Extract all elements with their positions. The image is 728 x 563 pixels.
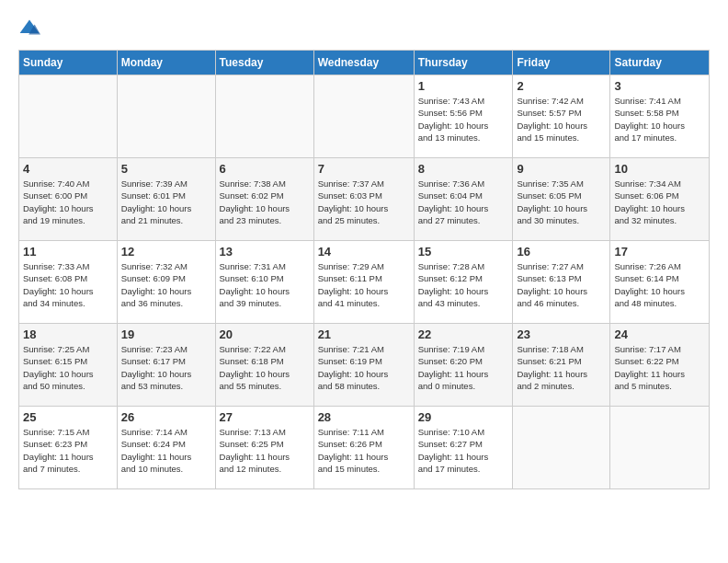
weekday-header-sunday: Sunday [19, 51, 118, 75]
calendar-cell: 24Sunrise: 7:17 AM Sunset: 6:22 PM Dayli… [610, 324, 710, 407]
weekday-header-wednesday: Wednesday [313, 51, 414, 75]
calendar-cell: 25Sunrise: 7:15 AM Sunset: 6:23 PM Dayli… [19, 407, 118, 489]
calendar-cell: 15Sunrise: 7:28 AM Sunset: 6:12 PM Dayli… [414, 241, 513, 324]
day-number: 29 [418, 410, 509, 424]
day-info: Sunrise: 7:26 AM Sunset: 6:14 PM Dayligh… [614, 260, 705, 309]
day-info: Sunrise: 7:39 AM Sunset: 6:01 PM Dayligh… [121, 178, 211, 226]
calendar-cell: 5Sunrise: 7:39 AM Sunset: 6:01 PM Daylig… [117, 158, 215, 241]
day-number: 27 [220, 410, 310, 424]
day-number: 22 [418, 327, 509, 341]
day-info: Sunrise: 7:18 AM Sunset: 6:21 PM Dayligh… [517, 343, 606, 392]
weekday-header-thursday: Thursday [414, 51, 513, 75]
day-info: Sunrise: 7:11 AM Sunset: 6:26 PM Dayligh… [318, 426, 410, 475]
day-info: Sunrise: 7:10 AM Sunset: 6:27 PM Dayligh… [418, 426, 509, 475]
day-info: Sunrise: 7:36 AM Sunset: 6:04 PM Dayligh… [418, 178, 509, 226]
day-number: 21 [318, 327, 410, 341]
day-info: Sunrise: 7:25 AM Sunset: 6:15 PM Dayligh… [23, 343, 113, 392]
day-number: 1 [418, 79, 509, 93]
day-number: 2 [517, 79, 606, 93]
calendar-cell: 4Sunrise: 7:40 AM Sunset: 6:00 PM Daylig… [19, 158, 118, 241]
day-info: Sunrise: 7:23 AM Sunset: 6:17 PM Dayligh… [121, 343, 211, 392]
calendar-week-3: 11Sunrise: 7:33 AM Sunset: 6:08 PM Dayli… [19, 241, 710, 324]
calendar-cell: 17Sunrise: 7:26 AM Sunset: 6:14 PM Dayli… [610, 241, 710, 324]
day-number: 28 [318, 410, 410, 424]
calendar-cell: 1Sunrise: 7:43 AM Sunset: 5:56 PM Daylig… [414, 75, 513, 158]
day-number: 5 [121, 162, 211, 176]
day-info: Sunrise: 7:41 AM Sunset: 5:58 PM Dayligh… [614, 95, 705, 144]
day-number: 13 [220, 245, 310, 259]
calendar-cell: 29Sunrise: 7:10 AM Sunset: 6:27 PM Dayli… [414, 407, 513, 489]
day-number: 8 [418, 162, 509, 176]
day-number: 26 [121, 410, 211, 424]
day-info: Sunrise: 7:19 AM Sunset: 6:20 PM Dayligh… [418, 343, 509, 392]
day-info: Sunrise: 7:40 AM Sunset: 6:00 PM Dayligh… [23, 178, 113, 226]
day-info: Sunrise: 7:33 AM Sunset: 6:08 PM Dayligh… [23, 260, 113, 309]
day-number: 10 [614, 162, 705, 176]
weekday-header-monday: Monday [117, 51, 215, 75]
day-number: 20 [220, 327, 310, 341]
calendar-cell: 3Sunrise: 7:41 AM Sunset: 5:58 PM Daylig… [610, 75, 710, 158]
calendar-cell: 12Sunrise: 7:32 AM Sunset: 6:09 PM Dayli… [117, 241, 215, 324]
logo [18, 18, 44, 40]
calendar-cell: 8Sunrise: 7:36 AM Sunset: 6:04 PM Daylig… [414, 158, 513, 241]
day-number: 18 [23, 327, 113, 341]
day-info: Sunrise: 7:14 AM Sunset: 6:24 PM Dayligh… [121, 426, 211, 475]
calendar-cell: 11Sunrise: 7:33 AM Sunset: 6:08 PM Dayli… [19, 241, 118, 324]
calendar-week-5: 25Sunrise: 7:15 AM Sunset: 6:23 PM Dayli… [19, 407, 710, 489]
calendar-cell [215, 75, 313, 158]
page-header [18, 18, 710, 40]
calendar-cell: 28Sunrise: 7:11 AM Sunset: 6:26 PM Dayli… [313, 407, 414, 489]
calendar-week-2: 4Sunrise: 7:40 AM Sunset: 6:00 PM Daylig… [19, 158, 710, 241]
day-info: Sunrise: 7:28 AM Sunset: 6:12 PM Dayligh… [418, 260, 509, 309]
day-number: 11 [23, 245, 113, 259]
calendar-cell: 13Sunrise: 7:31 AM Sunset: 6:10 PM Dayli… [215, 241, 313, 324]
calendar-cell [117, 75, 215, 158]
day-number: 4 [23, 162, 113, 176]
day-number: 15 [418, 245, 509, 259]
calendar-week-1: 1Sunrise: 7:43 AM Sunset: 5:56 PM Daylig… [19, 75, 710, 158]
day-info: Sunrise: 7:27 AM Sunset: 6:13 PM Dayligh… [517, 260, 606, 309]
calendar-table: SundayMondayTuesdayWednesdayThursdayFrid… [18, 50, 710, 489]
day-number: 12 [121, 245, 211, 259]
day-number: 14 [318, 245, 410, 259]
day-info: Sunrise: 7:37 AM Sunset: 6:03 PM Dayligh… [318, 178, 410, 226]
calendar-cell: 22Sunrise: 7:19 AM Sunset: 6:20 PM Dayli… [414, 324, 513, 407]
day-number: 16 [517, 245, 606, 259]
weekday-header-tuesday: Tuesday [215, 51, 313, 75]
day-number: 17 [614, 245, 705, 259]
calendar-cell: 18Sunrise: 7:25 AM Sunset: 6:15 PM Dayli… [19, 324, 118, 407]
day-info: Sunrise: 7:31 AM Sunset: 6:10 PM Dayligh… [220, 260, 310, 309]
day-info: Sunrise: 7:34 AM Sunset: 6:06 PM Dayligh… [614, 178, 705, 226]
calendar-cell: 16Sunrise: 7:27 AM Sunset: 6:13 PM Dayli… [513, 241, 610, 324]
day-info: Sunrise: 7:35 AM Sunset: 6:05 PM Dayligh… [517, 178, 606, 226]
calendar-cell: 9Sunrise: 7:35 AM Sunset: 6:05 PM Daylig… [513, 158, 610, 241]
logo-icon [18, 18, 40, 40]
calendar-week-4: 18Sunrise: 7:25 AM Sunset: 6:15 PM Dayli… [19, 324, 710, 407]
day-number: 23 [517, 327, 606, 341]
day-info: Sunrise: 7:22 AM Sunset: 6:18 PM Dayligh… [220, 343, 310, 392]
calendar-cell: 6Sunrise: 7:38 AM Sunset: 6:02 PM Daylig… [215, 158, 313, 241]
day-number: 19 [121, 327, 211, 341]
day-number: 9 [517, 162, 606, 176]
day-number: 7 [318, 162, 410, 176]
calendar-cell: 14Sunrise: 7:29 AM Sunset: 6:11 PM Dayli… [313, 241, 414, 324]
calendar-cell: 10Sunrise: 7:34 AM Sunset: 6:06 PM Dayli… [610, 158, 710, 241]
calendar-cell: 7Sunrise: 7:37 AM Sunset: 6:03 PM Daylig… [313, 158, 414, 241]
day-info: Sunrise: 7:13 AM Sunset: 6:25 PM Dayligh… [220, 426, 310, 475]
calendar-cell: 2Sunrise: 7:42 AM Sunset: 5:57 PM Daylig… [513, 75, 610, 158]
calendar-cell: 20Sunrise: 7:22 AM Sunset: 6:18 PM Dayli… [215, 324, 313, 407]
calendar-cell: 21Sunrise: 7:21 AM Sunset: 6:19 PM Dayli… [313, 324, 414, 407]
calendar-cell: 19Sunrise: 7:23 AM Sunset: 6:17 PM Dayli… [117, 324, 215, 407]
day-info: Sunrise: 7:21 AM Sunset: 6:19 PM Dayligh… [318, 343, 410, 392]
day-number: 24 [614, 327, 705, 341]
day-info: Sunrise: 7:43 AM Sunset: 5:56 PM Dayligh… [418, 95, 509, 144]
weekday-header-saturday: Saturday [610, 51, 710, 75]
calendar-cell: 23Sunrise: 7:18 AM Sunset: 6:21 PM Dayli… [513, 324, 610, 407]
day-info: Sunrise: 7:42 AM Sunset: 5:57 PM Dayligh… [517, 95, 606, 144]
calendar-cell [313, 75, 414, 158]
calendar-cell: 26Sunrise: 7:14 AM Sunset: 6:24 PM Dayli… [117, 407, 215, 489]
day-number: 6 [220, 162, 310, 176]
day-number: 25 [23, 410, 113, 424]
day-info: Sunrise: 7:38 AM Sunset: 6:02 PM Dayligh… [220, 178, 310, 226]
calendar-header-row: SundayMondayTuesdayWednesdayThursdayFrid… [19, 51, 710, 75]
